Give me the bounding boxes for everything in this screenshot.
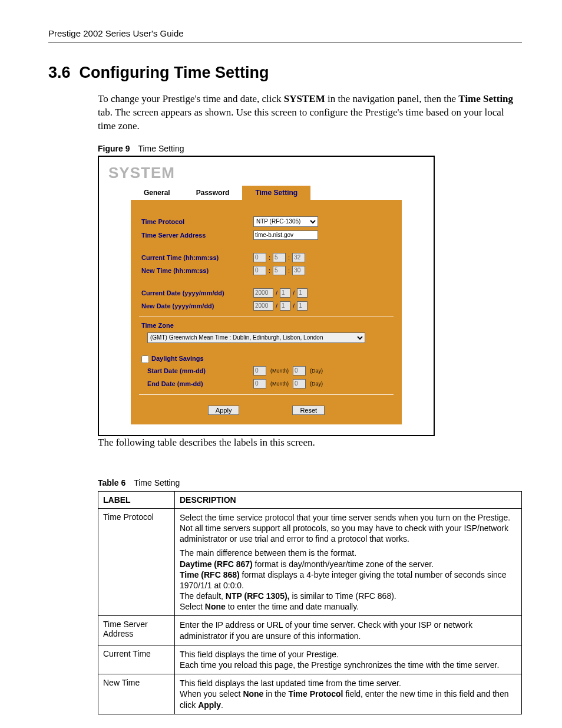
field-new-dd[interactable]	[297, 301, 308, 311]
field-new-hh[interactable]	[253, 266, 266, 275]
table-row: Time Server AddressEnter the IP address …	[98, 616, 522, 645]
settings-panel: Time Protocol NTP (RFC-1305) Time Server…	[131, 200, 402, 424]
label-daylight-savings: Daylight Savings	[151, 355, 204, 362]
field-end-day[interactable]	[293, 379, 306, 388]
cell-description: Enter the IP address or URL of your time…	[175, 616, 522, 645]
tabs: General Password Time Setting	[131, 186, 434, 200]
field-cur-mo	[280, 288, 290, 298]
label-start-date: Start Date (mm-dd)	[141, 367, 253, 374]
field-cur-hh	[253, 253, 266, 262]
field-new-yyyy[interactable]	[253, 301, 273, 311]
field-new-mo[interactable]	[280, 301, 290, 311]
divider	[139, 394, 394, 395]
th-label: LABEL	[98, 491, 175, 508]
label-new-date: New Date (yyyy/mm/dd)	[141, 302, 253, 309]
tab-time-setting[interactable]: Time Setting	[242, 186, 310, 200]
description-table: LABEL DESCRIPTION Time ProtocolSelect th…	[98, 491, 522, 714]
section-number: 3.6	[48, 64, 71, 81]
field-new-mm[interactable]	[273, 266, 286, 275]
field-start-day[interactable]	[293, 366, 306, 375]
label-current-time: Current Time (hh:mm:ss)	[141, 254, 253, 261]
label-new-time: New Time (hh:mm:ss)	[141, 267, 253, 274]
field-cur-ss	[292, 253, 305, 262]
cell-label: Time Protocol	[98, 508, 175, 616]
divider	[139, 317, 394, 317]
section-title: Configuring Time Setting	[80, 64, 269, 81]
field-cur-mm	[273, 253, 286, 262]
section-heading: 3.6 Configuring Time Setting	[48, 64, 522, 82]
figure-caption: Figure 9Time Setting	[98, 144, 522, 153]
label-end-date: End Date (mm-dd)	[141, 380, 253, 387]
field-cur-yyyy	[253, 288, 273, 298]
checkbox-daylight-savings[interactable]	[141, 355, 149, 363]
table-row: New TimeThis field displays the last upd…	[98, 674, 522, 714]
cell-description: This field displays the last updated tim…	[175, 674, 522, 714]
field-end-month[interactable]	[253, 379, 266, 388]
cell-label: Time Server Address	[98, 616, 175, 645]
field-start-month[interactable]	[253, 366, 266, 375]
panel-title: SYSTEM	[99, 163, 434, 186]
apply-button[interactable]: Apply	[208, 406, 240, 415]
label-time-server: Time Server Address	[141, 232, 253, 239]
input-time-server[interactable]	[253, 230, 318, 240]
screenshot-time-setting: SYSTEM General Password Time Setting Tim…	[98, 156, 435, 436]
tab-general[interactable]: General	[131, 186, 183, 200]
heading-time-zone: Time Zone	[141, 322, 391, 329]
reset-button[interactable]: Reset	[292, 406, 325, 415]
table-row: Current TimeThis field displays the time…	[98, 645, 522, 674]
field-new-ss[interactable]	[292, 266, 305, 275]
running-header: Prestige 2002 Series User's Guide	[48, 28, 522, 42]
select-time-zone[interactable]: (GMT) Greenwich Mean Time : Dublin, Edin…	[147, 332, 365, 343]
field-cur-dd	[297, 288, 308, 298]
label-time-protocol: Time Protocol	[141, 218, 253, 225]
tab-password[interactable]: Password	[183, 186, 243, 200]
th-description: DESCRIPTION	[175, 491, 522, 508]
intro-paragraph: To change your Prestige's time and date,…	[98, 93, 522, 133]
table-row: Time ProtocolSelect the time service pro…	[98, 508, 522, 616]
cell-description: This field displays the time of your Pre…	[175, 645, 522, 674]
label-current-date: Current Date (yyyy/mm/dd)	[141, 289, 253, 297]
after-figure-text: The following table describes the labels…	[98, 436, 522, 450]
cell-label: New Time	[98, 674, 175, 714]
cell-label: Current Time	[98, 645, 175, 674]
select-time-protocol[interactable]: NTP (RFC-1305)	[253, 216, 318, 227]
table-caption: Table 6Time Setting	[98, 478, 522, 487]
cell-description: Select the time service protocol that yo…	[175, 508, 522, 616]
